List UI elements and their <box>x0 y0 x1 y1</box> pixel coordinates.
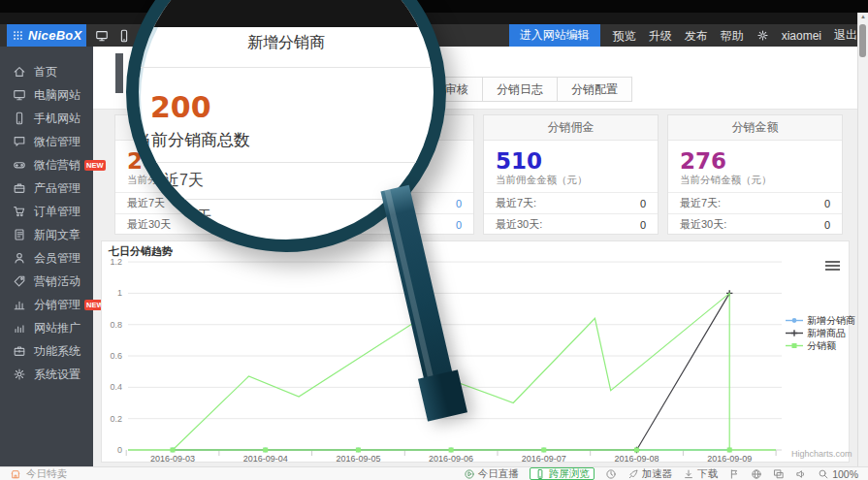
sidebar-item-label: 新闻文章 <box>34 227 80 243</box>
multi-window-icon <box>773 468 785 480</box>
status-item-今日直播[interactable]: 今日直播 <box>464 467 519 480</box>
card-row: 最近7天:0 <box>668 192 842 213</box>
toolbox-icon <box>13 344 26 358</box>
status-item-跨屏浏览[interactable]: 跨屏浏览 <box>530 467 595 480</box>
scrollbar-thumb[interactable] <box>859 24 866 57</box>
card-row-label: 最近7天 <box>127 196 165 210</box>
top-black-strip <box>0 0 868 13</box>
sidebar-item-label: 电脑网站 <box>34 87 80 104</box>
svg-text:2016-09-08: 2016-09-08 <box>614 454 659 463</box>
sidebar-item-电脑网站[interactable]: 电脑网站 <box>0 83 93 107</box>
vertical-scrollbar[interactable]: ▲ <box>857 13 868 466</box>
card-row: 最近30天:0 <box>668 213 842 235</box>
card-row-label: 最近7天: <box>496 196 536 210</box>
card-row-label: 最近30天: <box>680 217 726 232</box>
card-分销佣金: 分销佣金510当前佣金金额（元）最近7天:0最近30天:0 <box>483 114 659 235</box>
svg-text:2016-09-07: 2016-09-07 <box>522 454 566 463</box>
sidebar-item-功能系统[interactable]: 功能系统 <box>0 339 93 363</box>
card-row: 最近7天:0 <box>484 192 658 213</box>
user-name[interactable]: xiaomei <box>782 29 821 43</box>
phone-green-icon <box>534 468 546 480</box>
trend-line-chart: 00.20.40.60.811.22016-09-032016-09-04201… <box>103 254 848 463</box>
status-item-label: 跨屏浏览 <box>549 467 590 480</box>
nav-link-帮助[interactable]: 帮助 <box>721 29 744 43</box>
card-row-value: 0 <box>640 219 646 231</box>
top-black-strip-2 <box>0 13 868 24</box>
card-分销金额: 分销金额276当前分销金额（元）最近7天:0最近30天:0 <box>667 114 843 235</box>
sidebar-item-会员管理[interactable]: 会员管理 <box>0 246 93 270</box>
sidebar-item-订单管理[interactable]: 订单管理 <box>0 200 93 223</box>
status-item-multi-window-icon[interactable] <box>773 468 785 480</box>
nav-link-发布[interactable]: 发布 <box>685 29 708 43</box>
card-row: 最近30天:0 <box>484 213 658 235</box>
monitor-icon <box>13 88 26 102</box>
speaker-icon <box>795 468 807 480</box>
status-item-network-icon[interactable] <box>751 468 762 480</box>
legend-marker-circle <box>786 316 803 325</box>
status-item-label: 100% <box>832 468 858 480</box>
briefcase-icon <box>13 181 26 195</box>
enter-site-edit-button[interactable]: 进入网站编辑 <box>509 24 600 47</box>
svg-text:0.2: 0.2 <box>110 414 122 424</box>
tab-分销配置[interactable]: 分销配置 <box>557 77 632 102</box>
sidebar-item-系统设置[interactable]: 系统设置 <box>0 363 93 386</box>
sidebar-item-网站推广[interactable]: 网站推广 <box>0 316 93 339</box>
legend-item-新增商品[interactable]: 新增商品 <box>786 327 855 339</box>
card-row-value: 0 <box>456 198 462 209</box>
status-item-label: 加速器 <box>642 467 673 480</box>
legend-item-新增分销商[interactable]: 新增分销商 <box>786 314 855 327</box>
chat-icon <box>13 135 26 148</box>
card-caption: 当前佣金金额（元） <box>496 174 646 187</box>
sidebar-nav: 首页电脑网站手机网站微信管理微信营销NEW产品管理订单管理新闻文章会员管理营销活… <box>0 47 93 466</box>
legend-marker-square <box>786 341 803 350</box>
nav-link-升级[interactable]: 升级 <box>649 29 672 43</box>
app-logo: NiceBoX <box>7 24 86 47</box>
status-left[interactable]: 今日特卖 <box>10 467 67 480</box>
svg-text:2016-09-05: 2016-09-05 <box>336 454 380 463</box>
scrollbar-up-arrow[interactable]: ▲ <box>858 14 868 19</box>
card-row-label: 最近30天 <box>127 217 171 232</box>
sidebar-item-分销管理[interactable]: 分销管理NEW <box>0 293 93 316</box>
bar-chart-icon <box>13 298 26 311</box>
status-item-100%[interactable]: 100% <box>818 468 858 480</box>
card-title: 分销佣金 <box>484 115 658 141</box>
sidebar-item-label: 手机网站 <box>34 111 80 127</box>
magnified-card-title: 新增分销商 <box>139 33 434 53</box>
divider <box>139 162 434 163</box>
status-item-speaker-icon[interactable] <box>795 468 807 480</box>
sidebar-item-新闻文章[interactable]: 新闻文章 <box>0 223 93 246</box>
status-item-下载[interactable]: 下载 <box>683 467 718 480</box>
status-right: 今日直播跨屏浏览加速器下载100% <box>464 467 858 480</box>
sidebar-item-营销活动[interactable]: 营销活动 <box>0 270 93 293</box>
monitor-icon[interactable] <box>95 29 109 43</box>
highcharts-credit: Highcharts.com <box>791 449 852 459</box>
logout-link[interactable]: 退出 <box>834 27 857 44</box>
svg-text:1: 1 <box>117 288 122 298</box>
sidebar-item-产品管理[interactable]: 产品管理 <box>0 176 93 200</box>
sidebar-item-微信营销[interactable]: 微信营销NEW <box>0 153 93 176</box>
sidebar-item-label: 首页 <box>34 64 57 80</box>
sidebar-item-label: 分销管理 <box>34 297 80 313</box>
status-item-label: 今日直播 <box>478 467 519 480</box>
svg-text:0.8: 0.8 <box>110 320 122 330</box>
game-icon <box>13 158 26 172</box>
magnified-navbar-fragment <box>139 0 434 27</box>
status-item-flag-icon[interactable] <box>728 468 740 480</box>
status-item-加速器[interactable]: 加速器 <box>627 467 673 480</box>
gear-icon[interactable] <box>756 29 769 42</box>
legend-item-分销额[interactable]: 分销额 <box>786 339 855 352</box>
chart-legend: 新增分销商新增商品分销额 <box>786 314 855 352</box>
sidebar-item-label: 网站推广 <box>34 320 80 336</box>
tab-分销日志[interactable]: 分销日志 <box>482 77 558 102</box>
sidebar-item-微信管理[interactable]: 微信管理 <box>0 130 93 153</box>
legend-marker-plus <box>786 329 803 337</box>
phone-icon[interactable] <box>117 29 131 43</box>
sidebar-item-手机网站[interactable]: 手机网站 <box>0 107 93 130</box>
sidebar-item-首页[interactable]: 首页 <box>0 60 93 83</box>
card-row-value: 0 <box>456 219 462 231</box>
divider <box>139 67 434 68</box>
grid-menu-icon[interactable] <box>13 27 23 45</box>
nav-link-预览[interactable]: 预览 <box>613 29 636 43</box>
status-item-clock-icon[interactable] <box>605 468 617 480</box>
signal-icon <box>13 321 26 335</box>
